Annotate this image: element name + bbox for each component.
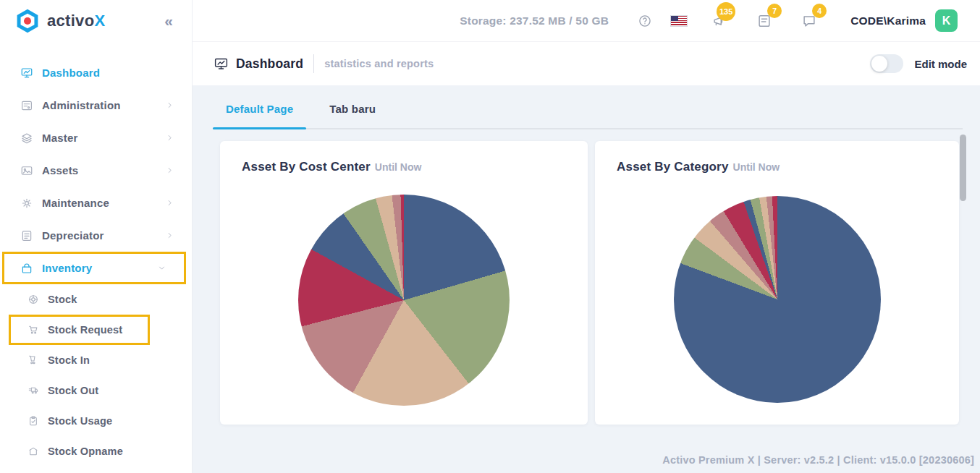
sidebar-menu: Dashboard Administration Master Assets [0,42,192,473]
sidebar-item-maintenance[interactable]: Maintenance [0,187,192,219]
chart-title: Asset By Cost Center [242,160,371,174]
tasks-count-badge: 7 [767,4,782,18]
sidebar: activoX « Dashboard Administration Maste… [0,0,193,473]
sidebar-item-assets[interactable]: Assets [0,154,192,187]
stock-icon [28,294,39,305]
stock-opname-icon [28,446,39,457]
dashboard-page-icon [214,56,229,72]
sidebar-item-stock-usage[interactable]: Stock Usage [0,406,192,436]
avatar[interactable]: K [935,9,958,32]
tab-bar: Default Page Tab baru [213,85,963,129]
activo-logo-icon [14,8,41,34]
chart-subtitle: Until Now [375,161,422,173]
tab-default-page[interactable]: Default Page [213,103,306,128]
sidebar-item-depreciator[interactable]: Depreciator [0,219,192,252]
asset-by-category-card: Asset By CategoryUntil Now [595,141,959,425]
user-name[interactable]: CODE\Karima [850,14,926,27]
edit-mode-label: Edit mode [914,58,967,70]
sidebar-item-inventory[interactable]: Inventory [2,252,186,284]
chart-subtitle: Until Now [733,161,780,173]
messages-count-badge: 4 [812,4,827,18]
page-subtitle: statistics and reports [324,58,434,69]
app-window: activoX « Dashboard Administration Maste… [0,0,980,473]
top-bar: Storage: 237.52 MB / 50 GB 135 7 4 CODE\… [193,0,980,42]
stock-in-icon [28,354,39,366]
depreciator-icon [20,229,33,242]
title-divider [313,54,314,73]
asset-by-category-pie-chart [674,196,881,403]
flag-canton [671,16,678,21]
sidebar-item-stock-in[interactable]: Stock In [0,345,192,375]
chevron-right-icon [165,101,174,110]
announcements-icon[interactable]: 135 [711,13,727,29]
stock-out-icon [28,385,39,396]
stock-request-icon [28,324,39,336]
chevron-right-icon [165,166,174,175]
chart-title: Asset By Category [617,160,729,174]
logo-row: activoX « [0,0,192,42]
toggle-knob [871,56,887,72]
asset-by-cost-center-pie-chart [298,195,510,406]
sidebar-item-master[interactable]: Master [0,122,192,154]
card-header: Asset By CategoryUntil Now [617,160,937,174]
sidebar-item-stock-opname[interactable]: Stock Opname [0,436,192,466]
page-header: Dashboard statistics and reports Edit mo… [193,42,980,85]
page-title: Dashboard [236,56,303,72]
collapse-sidebar-icon[interactable]: « [164,12,177,30]
asset-by-cost-center-card: Asset By Cost CenterUntil Now [220,141,588,425]
content-area: Default Page Tab baru Asset By Cost Cent… [193,85,980,473]
messages-icon[interactable]: 4 [801,13,817,29]
master-icon [20,132,33,145]
brand-name: activoX [47,12,105,30]
tab-tab-baru[interactable]: Tab baru [316,103,389,128]
chevron-down-icon [157,263,166,273]
dashboard-cards: Asset By Cost CenterUntil Now Asset By C… [220,141,980,425]
dashboard-icon [20,67,33,80]
card-header: Asset By Cost CenterUntil Now [242,160,566,174]
chevron-right-icon [165,231,174,240]
version-footer: Activo Premium X | Server: v2.5.2 | Clie… [662,454,974,466]
chevron-right-icon [165,133,174,142]
help-icon[interactable] [638,14,652,28]
sidebar-item-administration[interactable]: Administration [0,89,192,122]
edit-mode-toggle[interactable] [870,54,903,73]
chevron-right-icon [165,198,174,208]
sidebar-item-stock-out[interactable]: Stock Out [0,375,192,406]
maintenance-icon [20,197,33,210]
announcements-count-badge: 135 [717,2,735,21]
assets-icon [20,164,33,177]
us-flag-icon[interactable] [671,16,687,26]
tasks-icon[interactable]: 7 [756,13,772,29]
sidebar-item-dashboard[interactable]: Dashboard [0,56,192,89]
vertical-scrollbar-thumb[interactable] [960,135,966,201]
administration-icon [20,99,33,112]
stock-usage-icon [28,415,39,427]
sidebar-item-stock[interactable]: Stock [0,284,192,315]
storage-usage-label: Storage: 237.52 MB / 50 GB [460,14,609,27]
sidebar-item-stock-request[interactable]: Stock Request [9,315,150,345]
main-column: Storage: 237.52 MB / 50 GB 135 7 4 CODE\… [193,0,980,473]
inventory-icon [20,262,33,275]
